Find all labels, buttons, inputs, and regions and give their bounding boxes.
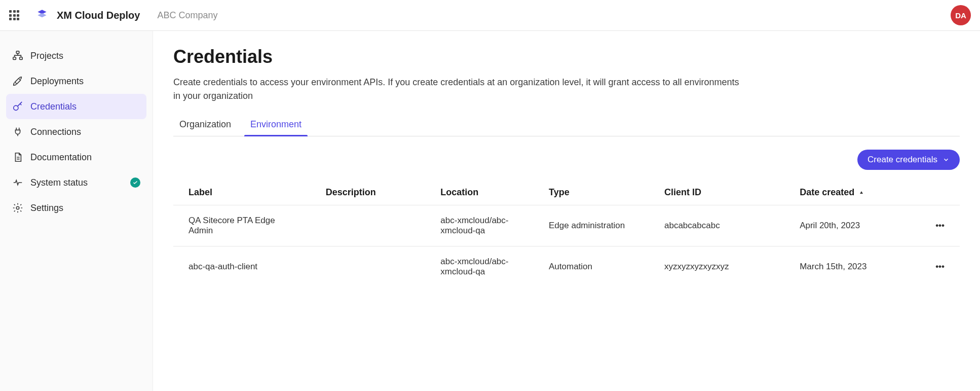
- svg-point-3: [14, 105, 18, 110]
- sidebar-item-projects[interactable]: Projects: [6, 43, 146, 68]
- page-subtitle: Create credentials to access your enviro…: [173, 76, 746, 103]
- col-label[interactable]: Label: [173, 180, 311, 205]
- more-icon: •••: [935, 262, 945, 272]
- brand-logo-icon: [35, 9, 49, 22]
- page-title: Credentials: [173, 46, 960, 67]
- sidebar: Projects Deployments Credentials Connect…: [0, 31, 153, 391]
- cell-description: [311, 246, 426, 288]
- create-credentials-label: Create credentials: [868, 155, 937, 165]
- sort-asc-icon: [858, 190, 864, 196]
- sidebar-item-credentials[interactable]: Credentials: [6, 94, 146, 119]
- sidebar-item-label: Deployments: [30, 76, 84, 87]
- col-location[interactable]: Location: [425, 180, 534, 205]
- sitemap-icon: [12, 50, 23, 61]
- col-type[interactable]: Type: [534, 180, 649, 205]
- svg-rect-1: [13, 57, 16, 60]
- tab-environment[interactable]: Environment: [244, 114, 308, 136]
- chevron-down-icon: [943, 156, 950, 163]
- table-row: QA Sitecore PTA Edge Admin abc-xmcloud/a…: [173, 205, 960, 246]
- status-ok-icon: [130, 177, 140, 188]
- col-client-id[interactable]: Client ID: [649, 180, 784, 205]
- cell-type: Edge administration: [534, 205, 649, 246]
- cell-label: QA Sitecore PTA Edge Admin: [173, 205, 311, 246]
- sidebar-item-label: Projects: [30, 51, 63, 61]
- top-header: XM Cloud Deploy ABC Company DA: [0, 0, 980, 31]
- sidebar-item-deployments[interactable]: Deployments: [6, 68, 146, 94]
- heartbeat-icon: [12, 177, 23, 188]
- sidebar-item-label: Connections: [30, 127, 81, 137]
- sidebar-item-label: Documentation: [30, 152, 92, 163]
- document-icon: [12, 152, 23, 163]
- main-content: Credentials Create credentials to access…: [153, 31, 980, 391]
- col-description[interactable]: Description: [311, 180, 426, 205]
- col-date-created-label: Date created: [800, 187, 854, 198]
- svg-rect-0: [16, 51, 19, 54]
- actions-row: Create credentials: [173, 150, 960, 170]
- credentials-table: Label Description Location Type Client I…: [173, 180, 960, 287]
- sidebar-item-label: System status: [30, 177, 88, 188]
- plug-icon: [12, 126, 23, 137]
- rocket-icon: [12, 76, 23, 87]
- sidebar-item-connections[interactable]: Connections: [6, 119, 146, 145]
- table-row: abc-qa-auth-client abc-xmcloud/abc-xmclo…: [173, 246, 960, 288]
- cell-date-created: April 20th, 2023: [784, 205, 920, 246]
- cell-client-id: xyzxyzxyzxyzxyz: [649, 246, 784, 288]
- key-icon: [12, 101, 23, 112]
- row-actions-menu[interactable]: •••: [920, 246, 960, 288]
- sidebar-item-label: Credentials: [30, 101, 77, 112]
- apps-launcher-icon[interactable]: [9, 10, 19, 20]
- sidebar-item-system-status[interactable]: System status: [6, 170, 146, 195]
- cell-location: abc-xmcloud/abc-xmcloud-qa: [425, 205, 534, 246]
- col-date-created[interactable]: Date created: [784, 180, 920, 205]
- company-name: ABC Company: [157, 10, 217, 21]
- cell-date-created: March 15th, 2023: [784, 246, 920, 288]
- more-icon: •••: [935, 221, 945, 231]
- tab-organization[interactable]: Organization: [173, 114, 237, 136]
- create-credentials-button[interactable]: Create credentials: [857, 150, 960, 170]
- cell-label: abc-qa-auth-client: [173, 246, 311, 288]
- brand-title: XM Cloud Deploy: [57, 10, 140, 21]
- gear-icon: [12, 202, 23, 214]
- sidebar-item-documentation[interactable]: Documentation: [6, 145, 146, 170]
- row-actions-menu[interactable]: •••: [920, 205, 960, 246]
- cell-client-id: abcabcabcabc: [649, 205, 784, 246]
- sidebar-item-settings[interactable]: Settings: [6, 195, 146, 221]
- cell-type: Automation: [534, 246, 649, 288]
- svg-point-4: [16, 206, 19, 209]
- tabs: Organization Environment: [173, 114, 960, 136]
- avatar[interactable]: DA: [951, 5, 971, 25]
- svg-rect-2: [20, 57, 22, 60]
- cell-location: abc-xmcloud/abc-xmcloud-qa: [425, 246, 534, 288]
- sidebar-item-label: Settings: [30, 203, 63, 214]
- cell-description: [311, 205, 426, 246]
